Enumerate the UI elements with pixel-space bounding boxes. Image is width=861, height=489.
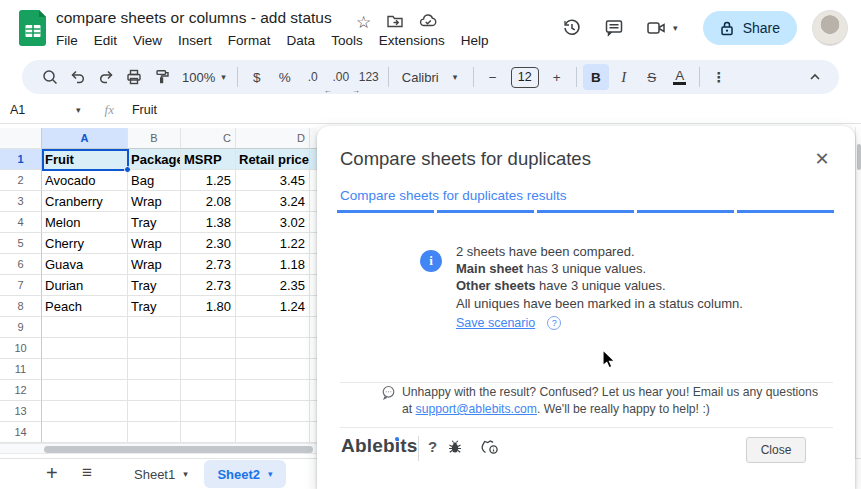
row-number[interactable]: 13 (0, 401, 42, 422)
cell[interactable] (42, 401, 128, 422)
ablebits-logo[interactable]: Ablebits (341, 435, 418, 457)
cell[interactable] (181, 380, 236, 401)
move-folder-icon[interactable] (386, 12, 404, 33)
cell[interactable] (128, 317, 181, 338)
cell[interactable] (181, 359, 236, 380)
menu-data[interactable]: Data (279, 31, 324, 50)
all-sheets-menu-icon[interactable]: ≡ (82, 463, 92, 483)
cloud-status-icon[interactable] (419, 12, 438, 33)
cell-b1[interactable]: Package (128, 149, 181, 170)
select-all-corner[interactable] (0, 128, 42, 149)
font-family-control[interactable]: Calibri ▾ (394, 70, 468, 85)
cell[interactable] (128, 359, 181, 380)
cell-c1[interactable]: MSRP (181, 149, 236, 170)
cell[interactable]: 1.22 (236, 233, 310, 254)
sheet2-caret-icon[interactable]: ▾ (268, 470, 273, 479)
cell[interactable]: 1.25 (181, 170, 236, 191)
menu-tools[interactable]: Tools (323, 31, 371, 50)
document-title[interactable]: compare sheets or columns - add status (56, 9, 332, 27)
cell-e1[interactable] (310, 149, 317, 170)
cell[interactable] (310, 254, 317, 275)
text-color-button[interactable]: A (667, 64, 693, 90)
cell[interactable] (310, 212, 317, 233)
cell[interactable] (236, 380, 310, 401)
share-button[interactable]: Share (703, 11, 797, 45)
cell[interactable]: 2.30 (181, 233, 236, 254)
row-number[interactable]: 14 (0, 422, 42, 443)
decrease-font-size-button[interactable]: − (480, 64, 506, 90)
consent-hand-info-icon[interactable] (479, 436, 501, 456)
cell[interactable]: Peach (42, 296, 128, 317)
horizontal-scrollbar[interactable] (0, 443, 317, 454)
meet-caret-icon[interactable]: ▾ (673, 24, 678, 33)
column-header-e[interactable] (310, 128, 317, 149)
row-number[interactable]: 7 (0, 275, 42, 296)
sheet-tab-sheet2-active[interactable]: Sheet2 ▾ (204, 460, 286, 488)
cell[interactable]: Durian (42, 275, 128, 296)
collapse-toolbar-icon[interactable] (802, 64, 828, 90)
decrease-decimal-button[interactable]: .0← (300, 64, 326, 90)
menu-file[interactable]: File (48, 31, 86, 50)
cell-d1[interactable]: Retail price (236, 149, 310, 170)
help-button[interactable]: ? (428, 438, 437, 455)
cell[interactable] (128, 401, 181, 422)
name-box-caret-icon[interactable]: ▾ (76, 106, 81, 115)
cell[interactable]: 3.24 (236, 191, 310, 212)
sheet-tab-sheet1[interactable]: Sheet1 ▾ (126, 462, 196, 487)
row-number[interactable]: 1 (0, 149, 42, 170)
paint-format-icon[interactable] (149, 64, 175, 90)
row-number[interactable]: 2 (0, 170, 42, 191)
cell[interactable] (42, 422, 128, 443)
increase-decimal-button[interactable]: .00→ (328, 64, 354, 90)
cell[interactable]: Wrap (128, 254, 181, 275)
column-header-c[interactable]: C (181, 128, 236, 149)
cell[interactable] (181, 422, 236, 443)
results-link[interactable]: Compare sheets for duplicates results (340, 188, 567, 203)
cell[interactable] (128, 338, 181, 359)
column-header-a[interactable]: A (42, 128, 128, 149)
sheet1-caret-icon[interactable]: ▾ (183, 470, 188, 479)
name-box[interactable]: A1 (0, 103, 76, 117)
cell[interactable] (236, 401, 310, 422)
menu-edit[interactable]: Edit (86, 31, 125, 50)
cell[interactable]: 3.45 (236, 170, 310, 191)
cell[interactable] (42, 359, 128, 380)
increase-font-size-button[interactable]: + (544, 64, 570, 90)
menu-extensions[interactable]: Extensions (371, 31, 453, 50)
add-sheet-button[interactable]: + (46, 462, 58, 485)
star-icon[interactable]: ☆ (356, 12, 371, 33)
cell[interactable]: Tray (128, 296, 181, 317)
menu-format[interactable]: Format (220, 31, 279, 50)
cell[interactable] (310, 296, 317, 317)
cell[interactable]: Wrap (128, 191, 181, 212)
cell[interactable]: Cherry (42, 233, 128, 254)
menu-insert[interactable]: Insert (170, 31, 220, 50)
row-number[interactable]: 6 (0, 254, 42, 275)
cell[interactable]: Tray (128, 212, 181, 233)
font-size-input[interactable]: 12 (511, 67, 539, 88)
row-number[interactable]: 5 (0, 233, 42, 254)
close-icon[interactable]: ✕ (811, 148, 833, 170)
help-circle-icon[interactable]: ? (547, 316, 561, 330)
strikethrough-button[interactable]: S (639, 64, 665, 90)
support-email-link[interactable]: support@ablebits.com (416, 402, 537, 416)
cell[interactable] (181, 338, 236, 359)
vertical-scrollbar[interactable] (855, 127, 861, 458)
row-number[interactable]: 9 (0, 317, 42, 338)
cell[interactable] (310, 191, 317, 212)
row-number[interactable]: 10 (0, 338, 42, 359)
more-toolbar-button[interactable]: ⋮ (706, 64, 732, 90)
cell[interactable] (310, 359, 317, 380)
vertical-scrollbar-thumb[interactable] (857, 144, 861, 170)
cell[interactable]: 2.73 (181, 254, 236, 275)
cell[interactable] (181, 401, 236, 422)
cell[interactable]: Avocado (42, 170, 128, 191)
row-number[interactable]: 3 (0, 191, 42, 212)
cell[interactable] (310, 233, 317, 254)
cell[interactable] (42, 317, 128, 338)
avatar[interactable] (812, 10, 848, 46)
italic-button[interactable]: I (611, 64, 637, 90)
fill-handle[interactable] (124, 166, 131, 173)
menu-view[interactable]: View (125, 31, 170, 50)
undo-icon[interactable] (65, 64, 91, 90)
